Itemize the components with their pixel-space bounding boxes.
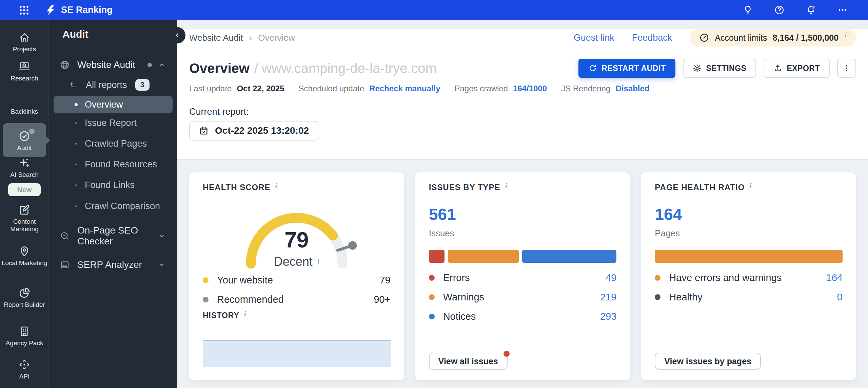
dashboard-body: HEALTH SCOREi 79 Decenti Your website: [177, 160, 868, 388]
page-title: Overview: [189, 61, 250, 76]
rail-item-report-builder[interactable]: Report Builder: [0, 287, 49, 309]
account-limits-pill[interactable]: Account limits 8,164 / 1,500,000 i: [690, 29, 856, 47]
health-score-card: HEALTH SCOREi 79 Decenti Your website: [189, 172, 404, 380]
primary-nav-rail: ProjectsResearchBacklinksAuditAI SearchN…: [0, 20, 49, 388]
legend-dot-icon: [203, 277, 209, 283]
nav-item-found-links[interactable]: Found Links: [49, 176, 177, 194]
meta-last-update: Last update Oct 22, 2025: [189, 84, 284, 93]
settings-button[interactable]: SETTINGS: [683, 59, 756, 78]
rail-item-local-marketing[interactable]: Local Marketing: [0, 245, 49, 267]
nav-item-issue-report[interactable]: Issue Report: [49, 114, 177, 132]
legend-row: Your website 79: [203, 271, 391, 290]
rail-item-ai-search[interactable]: AI SearchNew: [0, 157, 49, 196]
legend-value[interactable]: 0: [837, 292, 843, 303]
chevron-down-icon[interactable]: [158, 232, 166, 240]
api-icon: [18, 358, 31, 371]
report-date-selector[interactable]: Oct-22 2025 13:20:02: [189, 121, 318, 141]
meta-pages-crawled: Pages crawled 164/1000: [454, 84, 547, 93]
nav-item-found-resources[interactable]: Found Resources: [49, 155, 177, 173]
notifications-bell-icon[interactable]: [806, 5, 816, 15]
calendar-icon: [199, 126, 209, 136]
pages-legend: Have errors and warnings 164 Healthy 0: [655, 268, 843, 307]
refresh-icon: [588, 64, 597, 73]
legend-label: Warnings: [443, 292, 600, 303]
globe-icon: [60, 60, 70, 70]
nav-item-website-audit[interactable]: Website Audit: [49, 56, 177, 74]
nav-item-label: Found Resources: [85, 159, 157, 170]
restart-audit-button[interactable]: RESTART AUDIT: [578, 59, 675, 78]
history-area-chart: [203, 340, 391, 367]
nav-item-crawl-comparison[interactable]: Crawl Comparison: [49, 197, 177, 215]
nav-item-on-page-seo-checker[interactable]: On-Page SEO Checker: [49, 222, 177, 250]
gear-icon: [693, 64, 702, 73]
meta-value[interactable]: Recheck manually: [369, 84, 440, 93]
issues-stacked-bar: [429, 250, 617, 263]
report-icon: [18, 287, 31, 299]
nav-item-serp-analyzer[interactable]: SERP Analyzer: [49, 256, 177, 274]
apps-grid-icon[interactable]: [18, 4, 30, 16]
chevron-left-icon: [174, 32, 181, 39]
help-icon[interactable]: [774, 5, 785, 15]
legend-value[interactable]: 219: [600, 292, 616, 303]
info-icon[interactable]: i: [505, 181, 508, 190]
meta-value: Oct 22, 2025: [237, 84, 284, 93]
kebab-menu-button[interactable]: [837, 59, 856, 78]
info-icon[interactable]: i: [244, 309, 246, 318]
health-score-value: 79: [189, 227, 404, 253]
legend-value[interactable]: 164: [826, 272, 843, 283]
rail-item-projects[interactable]: Projects: [0, 31, 49, 53]
guest-link[interactable]: Guest link: [574, 33, 614, 43]
search-dot-icon: [60, 231, 70, 241]
nav-item-overview[interactable]: Overview: [54, 96, 173, 113]
speedometer-icon: [699, 33, 709, 43]
export-button[interactable]: EXPORT: [764, 59, 830, 78]
view-issues-by-pages-button[interactable]: View issues by pages: [655, 353, 761, 370]
feedback-link[interactable]: Feedback: [632, 33, 672, 43]
legend-value[interactable]: 293: [600, 311, 616, 322]
brand-logo[interactable]: SE Ranking: [45, 4, 113, 16]
ideas-lightbulb-icon[interactable]: [743, 5, 753, 15]
notification-dot: [147, 63, 152, 67]
rail-item-content-marketing[interactable]: Content Marketing: [0, 204, 49, 233]
selected-pointer: [46, 136, 50, 144]
breadcrumb-overview: Overview: [258, 33, 295, 43]
audit-meta-row: Last update Oct 22, 2025 Scheduled updat…: [189, 84, 856, 93]
info-icon[interactable]: i: [749, 181, 752, 190]
main-content: Website Audit › Overview Guest link Feed…: [177, 20, 868, 388]
legend-label: Have errors and warnings: [669, 272, 826, 283]
more-menu-icon[interactable]: [837, 5, 848, 15]
home-icon: [18, 31, 31, 43]
account-limits-label: Account limits: [715, 33, 767, 43]
rail-item-label: Report Builder: [0, 301, 49, 309]
sidebar-collapse-button[interactable]: [169, 27, 185, 43]
nav-item-all-reports[interactable]: All reports 3: [49, 76, 177, 94]
rail-item-backlinks[interactable]: Backlinks: [0, 106, 49, 115]
chevron-down-icon[interactable]: [158, 261, 166, 269]
legend-label: Healthy: [669, 292, 837, 303]
legend-dot-icon: [203, 297, 209, 302]
chevron-up-icon[interactable]: [158, 61, 166, 69]
issues-total-label: Issues: [429, 228, 454, 239]
rail-item-audit[interactable]: Audit: [3, 123, 46, 157]
nav-item-crawled-pages[interactable]: Crawled Pages: [49, 135, 177, 152]
meta-label: Pages crawled: [454, 84, 508, 93]
legend-label: Errors: [443, 272, 606, 283]
bolt-logo-icon: [45, 4, 56, 16]
rail-item-api[interactable]: API: [0, 358, 49, 380]
card-title: PAGE HEALTH RATIOi: [655, 183, 752, 192]
health-score-gauge: 79 Decenti: [189, 181, 404, 282]
rail-item-label: Projects: [0, 45, 49, 53]
audit-check-icon: [18, 130, 31, 142]
rail-item-agency-pack[interactable]: Agency Pack: [0, 325, 49, 347]
nav-item-label: Crawl Comparison: [85, 201, 160, 211]
meta-value[interactable]: Disabled: [615, 84, 649, 93]
info-icon[interactable]: i: [317, 257, 319, 265]
info-icon[interactable]: i: [845, 31, 847, 39]
view-all-issues-button[interactable]: View all issues: [429, 353, 508, 370]
meta-value[interactable]: 164/1000: [513, 84, 547, 93]
legend-value[interactable]: 49: [606, 272, 616, 283]
bullet-icon: [75, 205, 77, 207]
breadcrumb-website-audit[interactable]: Website Audit: [189, 33, 243, 43]
bullet-icon: [75, 164, 77, 165]
rail-item-research[interactable]: Research: [0, 60, 49, 82]
